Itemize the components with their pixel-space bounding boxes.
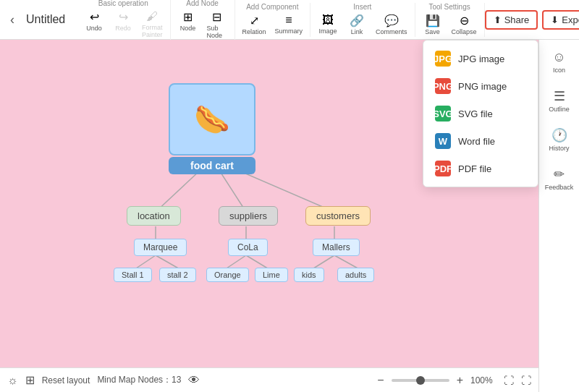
sidebar-history-item[interactable]: 🕐 History <box>539 123 579 156</box>
node-mallers[interactable]: Mallers <box>313 239 360 256</box>
export-jpg[interactable]: JPG JPG image <box>423 45 538 72</box>
toolbar-group-addcomponent: Add Component ⤢ Relation ≡ Summary <box>235 3 311 37</box>
document-title[interactable]: Untitled <box>19 13 77 26</box>
node-stall2[interactable]: stall 2 <box>159 268 196 282</box>
link-button[interactable]: 🔗 Link <box>344 12 370 37</box>
share-icon: ⬆ <box>494 14 502 25</box>
word-icon: W <box>435 133 451 149</box>
png-icon: PNG <box>435 78 451 94</box>
toolbar-group-toolsettings: Tool Settings 💾 Save ⊖ Collapse <box>415 3 485 37</box>
zoom-thumb <box>416 376 425 385</box>
node-kids[interactable]: kids <box>294 268 324 282</box>
toolbar-group-addnode-label: Add Node <box>186 0 218 7</box>
export-dropdown: JPG JPG image PNG PNG image SVG SVG file… <box>423 40 538 187</box>
toolbar-group-toolsettings-label: Tool Settings <box>428 3 470 11</box>
toolbar-group-basic: Basic operation ↩ Undo ↪ Redo 🖌 Format P… <box>77 0 171 40</box>
redo-button[interactable]: ↪ Redo <box>110 9 136 40</box>
export-word[interactable]: W Word file <box>423 127 538 155</box>
action-buttons: ⬆ Share ⬇ Export <box>485 10 579 30</box>
format-painter-button[interactable]: 🖌 Format Painter <box>139 9 166 40</box>
share-button[interactable]: ⬆ Share <box>485 10 538 30</box>
pdf-icon: PDF <box>435 161 451 176</box>
center-node-label: food cart <box>169 157 255 174</box>
sidebar-icon-item[interactable]: ☺ Icon <box>539 46 579 78</box>
save-button[interactable]: 💾 Save <box>420 12 446 37</box>
history-icon: 🕐 <box>551 127 567 143</box>
theme-icon[interactable]: ☼ <box>7 374 18 387</box>
zoom-bar <box>392 379 449 382</box>
relation-button[interactable]: ⤢ Relation <box>240 12 269 37</box>
node-stall1[interactable]: Stall 1 <box>114 268 152 282</box>
zoom-percent: 100% <box>470 375 496 385</box>
sub-node-button[interactable]: ⊟ Sub Node <box>204 9 230 41</box>
back-button[interactable]: ‹ <box>6 12 19 27</box>
comments-button[interactable]: 💬 Comments <box>373 12 410 37</box>
node-button[interactable]: ⊞ Node <box>175 9 201 41</box>
zoom-out-button[interactable]: − <box>377 374 384 387</box>
export-pdf[interactable]: PDF PDF file <box>423 155 538 182</box>
fit-icon[interactable]: ⛶ <box>504 375 514 386</box>
toolbar-group-basic-label: Basic operation <box>98 0 148 7</box>
zoom-slider[interactable] <box>392 379 449 382</box>
summary-button[interactable]: ≡ Summary <box>272 12 306 37</box>
undo-button[interactable]: ↩ Undo <box>81 9 107 40</box>
sidebar-outline-item[interactable]: ☰ Outline <box>539 84 579 117</box>
node-orange[interactable]: Orange <box>206 268 249 282</box>
node-cola[interactable]: CoLa <box>228 239 268 256</box>
svg-icon: SVG <box>435 106 451 122</box>
center-node-image: 🌭 <box>169 83 255 155</box>
node-lime[interactable]: Lime <box>255 268 288 282</box>
icon-icon: ☺ <box>552 50 565 65</box>
sidebar-feedback-item[interactable]: ✏ Feedback <box>539 162 579 195</box>
node-marquee[interactable]: Marquee <box>134 239 187 256</box>
node-location[interactable]: location <box>127 206 181 226</box>
grid-icon[interactable]: ⊞ <box>25 373 35 387</box>
feedback-icon: ✏ <box>554 166 565 182</box>
export-svg[interactable]: SVG SVG file <box>423 100 538 127</box>
toolbar-group-addnode: Add Node ⊞ Node ⊟ Sub Node <box>171 0 235 41</box>
export-button[interactable]: ⬇ Export <box>542 10 579 30</box>
fullscreen-icon[interactable]: ⛶ <box>521 375 531 386</box>
bottombar: ☼ ⊞ Reset layout Mind Map Nodes：13 👁 − +… <box>0 367 538 392</box>
jpg-icon: JPG <box>435 51 451 67</box>
image-button[interactable]: 🖼 Image <box>315 12 341 37</box>
toolbar-group-insert-label: Insert <box>353 3 371 11</box>
toolbar-group-addcomponent-label: Add Component <box>246 3 298 11</box>
eye-icon[interactable]: 👁 <box>188 374 200 387</box>
right-sidebar: ☺ Icon ☰ Outline 🕐 History ✏ Feedback <box>538 40 579 392</box>
collapse-button[interactable]: ⊖ Collapse <box>449 12 480 37</box>
topbar: ‹ Untitled Basic operation ↩ Undo ↪ Redo… <box>0 0 579 40</box>
node-suppliers[interactable]: suppliers <box>219 206 278 226</box>
node-adults[interactable]: adults <box>337 268 374 282</box>
nodes-info: Mind Map Nodes：13 <box>97 374 181 386</box>
export-icon: ⬇ <box>551 14 559 25</box>
node-customers[interactable]: customers <box>305 206 371 226</box>
toolbar-group-insert: Insert 🖼 Image 🔗 Link 💬 Comments <box>310 3 415 37</box>
center-node[interactable]: 🌭 food cart <box>169 83 255 174</box>
export-png[interactable]: PNG PNG image <box>423 72 538 100</box>
outline-icon: ☰ <box>554 88 565 104</box>
zoom-in-button[interactable]: + <box>457 374 463 387</box>
reset-layout-button[interactable]: Reset layout <box>42 375 90 385</box>
